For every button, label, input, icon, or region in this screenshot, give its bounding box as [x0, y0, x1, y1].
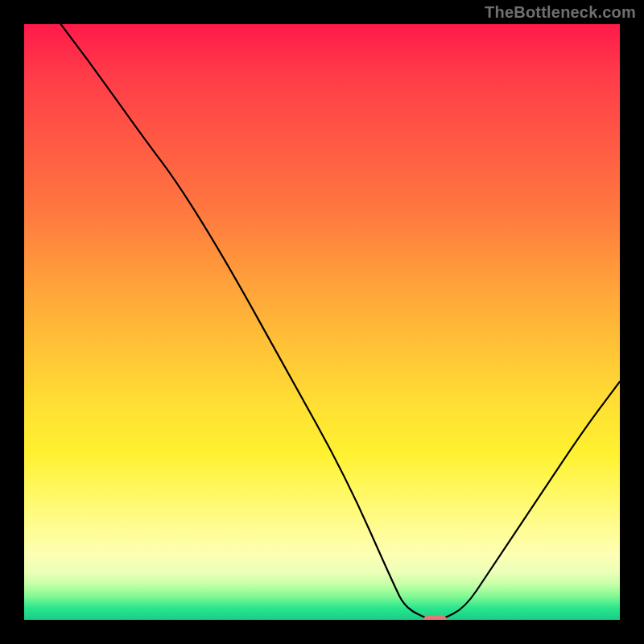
plot-area — [24, 24, 620, 620]
optimal-marker — [423, 616, 448, 620]
watermark-text: TheBottleneck.com — [485, 3, 636, 22]
gradient-background — [24, 24, 620, 620]
chart-stage: TheBottleneck.com — [0, 0, 644, 644]
